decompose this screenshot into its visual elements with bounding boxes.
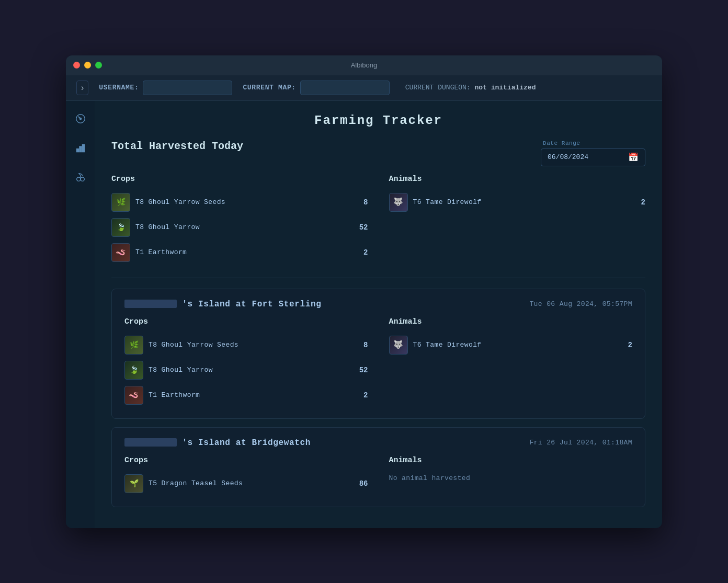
- item-name: T1 Earthworm: [149, 391, 347, 399]
- current-map-label: CURRENT MAP:: [243, 84, 295, 92]
- svg-point-5: [76, 177, 80, 181]
- divider: [111, 278, 645, 278]
- animals-title: Animals: [389, 456, 633, 465]
- yarrow-icon: 🍃: [111, 218, 130, 237]
- item-name: T6 Tame Direwolf: [413, 198, 625, 206]
- session-card-bridgewatch: 's Island at Bridgewatch Fri 26 Jul 2024…: [111, 427, 645, 507]
- item-count: 52: [352, 366, 368, 374]
- item-name: T1 Earthworm: [135, 248, 347, 256]
- session-header: 's Island at Bridgewatch Fri 26 Jul 2024…: [124, 438, 632, 448]
- current-map-input[interactable]: [300, 81, 390, 95]
- session-header: 's Island at Fort Sterling Tue 06 Aug 20…: [124, 300, 632, 309]
- session-timestamp: Tue 06 Aug 2024, 05:57PM: [529, 300, 632, 308]
- list-item: 🍃 T8 Ghoul Yarrow 52: [111, 215, 368, 240]
- list-item: 🪱 T1 Earthworm 2: [111, 240, 368, 265]
- sidebar-item-dashboard[interactable]: [71, 109, 90, 128]
- current-map-field: CURRENT MAP:: [243, 81, 389, 95]
- total-harvested-columns: Crops 🌿 T8 Ghoul Yarrow Seeds 8 🍃 T8 Gho…: [111, 175, 645, 265]
- no-animal-text: No animal harvested: [389, 471, 633, 485]
- svg-rect-2: [76, 148, 78, 152]
- total-crops-column: Crops 🌿 T8 Ghoul Yarrow Seeds 8 🍃 T8 Gho…: [111, 175, 368, 265]
- date-range-container: Date Range 06/08/2024 📅: [541, 140, 645, 166]
- item-name: T6 Tame Direwolf: [413, 341, 612, 349]
- main-window: Albibong › USERNAME: CURRENT MAP: CURREN…: [66, 55, 662, 528]
- session-columns: Crops 🌿 T8 Ghoul Yarrow Seeds 8 🍃 T8 Gho…: [124, 317, 632, 408]
- current-dungeon-field: CURRENT DUNGEON: not initialized: [405, 84, 536, 92]
- earthworm-icon: 🪱: [124, 386, 143, 405]
- total-harvested-header: Total Harvested Today Date Range 06/08/2…: [111, 140, 645, 166]
- session-columns: Crops 🌱 T5 Dragon Teasel Seeds 86 Animal…: [124, 456, 632, 496]
- item-count: 8: [352, 198, 368, 207]
- session-animals-column: Animals 🐺 T6 Tame Direwolf 2: [389, 317, 633, 408]
- svg-point-6: [81, 177, 84, 181]
- current-dungeon-label: CURRENT DUNGEON:: [405, 84, 471, 92]
- date-range-input[interactable]: 06/08/2024 📅: [541, 148, 645, 166]
- session-animals-column: Animals No animal harvested: [389, 456, 633, 496]
- earthworm-icon: 🪱: [111, 243, 130, 262]
- list-item: 🐺 T6 Tame Direwolf 2: [389, 333, 633, 358]
- window-title: Albibong: [351, 61, 378, 69]
- username-field: USERNAME:: [99, 81, 232, 95]
- total-crops-list: 🌿 T8 Ghoul Yarrow Seeds 8 🍃 T8 Ghoul Yar…: [111, 190, 368, 265]
- session-title: 's Island at Fort Sterling: [124, 300, 322, 309]
- session-crops-column: Crops 🌱 T5 Dragon Teasel Seeds 86: [124, 456, 368, 496]
- total-animals-column: Animals 🐺 T6 Tame Direwolf 2: [389, 175, 646, 265]
- item-name: T5 Dragon Teasel Seeds: [149, 479, 347, 487]
- item-count: 2: [352, 391, 368, 399]
- yarrow-seeds-icon: 🌿: [124, 336, 143, 355]
- sidebar: [66, 101, 95, 528]
- page-title: Farming Tracker: [111, 113, 645, 128]
- direwolf-icon: 🐺: [389, 193, 408, 212]
- list-item: 🌿 T8 Ghoul Yarrow Seeds 8: [111, 190, 368, 215]
- sidebar-item-farming[interactable]: [71, 168, 90, 187]
- session-crops-list: 🌿 T8 Ghoul Yarrow Seeds 8 🍃 T8 Ghoul Yar…: [124, 333, 368, 408]
- item-count: 2: [617, 341, 632, 349]
- direwolf-icon: 🐺: [389, 336, 408, 355]
- maximize-button[interactable]: [95, 62, 102, 68]
- close-button[interactable]: [73, 62, 80, 68]
- username-label: USERNAME:: [99, 84, 139, 92]
- list-item: 🌿 T8 Ghoul Yarrow Seeds 8: [124, 333, 368, 358]
- calendar-icon[interactable]: 📅: [628, 152, 639, 163]
- crops-title: Crops: [124, 456, 368, 465]
- item-count: 8: [352, 341, 368, 349]
- sidebar-item-stats[interactable]: [71, 139, 90, 157]
- item-name: T8 Ghoul Yarrow: [149, 366, 347, 374]
- crops-title: Crops: [111, 175, 368, 184]
- menu-toggle-button[interactable]: ›: [76, 81, 88, 95]
- session-title-main: 's Island at Fort Sterling: [182, 300, 321, 309]
- session-card-fort-sterling: 's Island at Fort Sterling Tue 06 Aug 20…: [111, 289, 645, 419]
- header-bar: › USERNAME: CURRENT MAP: CURRENT DUNGEON…: [66, 75, 662, 101]
- session-crops-list: 🌱 T5 Dragon Teasel Seeds 86: [124, 471, 368, 496]
- session-animals-list: No animal harvested: [389, 471, 633, 485]
- crops-title: Crops: [124, 317, 368, 326]
- item-name: T8 Ghoul Yarrow Seeds: [135, 198, 347, 206]
- content-area: Farming Tracker Total Harvested Today Da…: [95, 101, 662, 528]
- total-animals-list: 🐺 T6 Tame Direwolf 2: [389, 190, 646, 215]
- session-title: 's Island at Bridgewatch: [124, 438, 311, 448]
- session-title-redacted: [124, 438, 177, 447]
- yarrow-icon: 🍃: [124, 361, 143, 380]
- gauge-icon: [75, 113, 86, 124]
- item-count: 2: [352, 248, 368, 257]
- session-title-main: 's Island at Bridgewatch: [182, 438, 311, 448]
- session-title-redacted: [124, 300, 177, 308]
- date-range-label: Date Range: [541, 140, 581, 146]
- animals-title: Animals: [389, 175, 646, 184]
- item-count: 52: [352, 223, 368, 232]
- total-harvested-title: Total Harvested Today: [111, 140, 243, 152]
- animals-title: Animals: [389, 317, 633, 326]
- item-name: T8 Ghoul Yarrow Seeds: [149, 341, 347, 349]
- svg-rect-3: [79, 146, 82, 152]
- minimize-button[interactable]: [84, 62, 91, 68]
- svg-rect-4: [82, 144, 84, 152]
- bar-chart-icon: [75, 142, 86, 154]
- username-input[interactable]: [143, 81, 232, 95]
- title-bar: Albibong: [66, 55, 662, 75]
- item-count: 86: [352, 479, 368, 488]
- session-crops-column: Crops 🌿 T8 Ghoul Yarrow Seeds 8 🍃 T8 Gho…: [124, 317, 368, 408]
- date-range-value: 06/08/2024: [548, 153, 624, 161]
- list-item: 🐺 T6 Tame Direwolf 2: [389, 190, 646, 215]
- window-controls: [73, 62, 102, 68]
- yarrow-seeds-icon: 🌿: [111, 193, 130, 212]
